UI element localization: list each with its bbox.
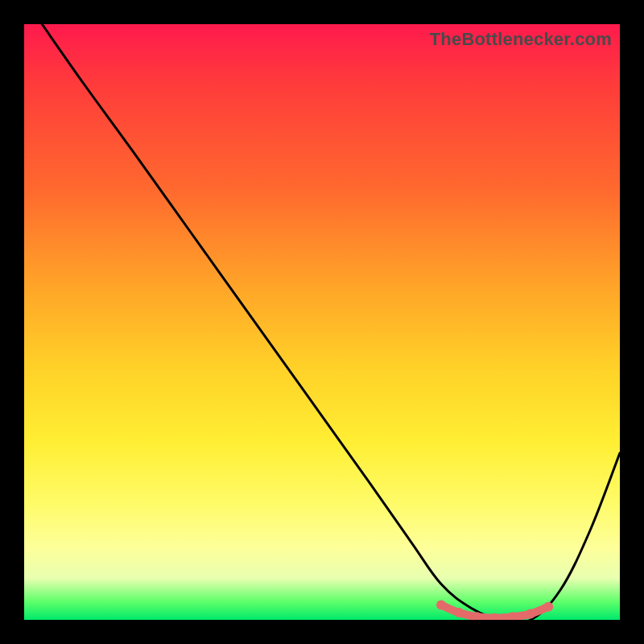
watermark-text: TheBottlenecker.com	[430, 29, 612, 50]
bottleneck-curve	[42, 24, 620, 620]
chart-svg	[24, 24, 620, 620]
optimal-point	[543, 602, 553, 612]
optimal-point	[526, 609, 535, 619]
optimal-point	[454, 608, 464, 617]
chart-frame: TheBottlenecker.com	[24, 24, 620, 620]
optimal-point	[436, 601, 446, 610]
